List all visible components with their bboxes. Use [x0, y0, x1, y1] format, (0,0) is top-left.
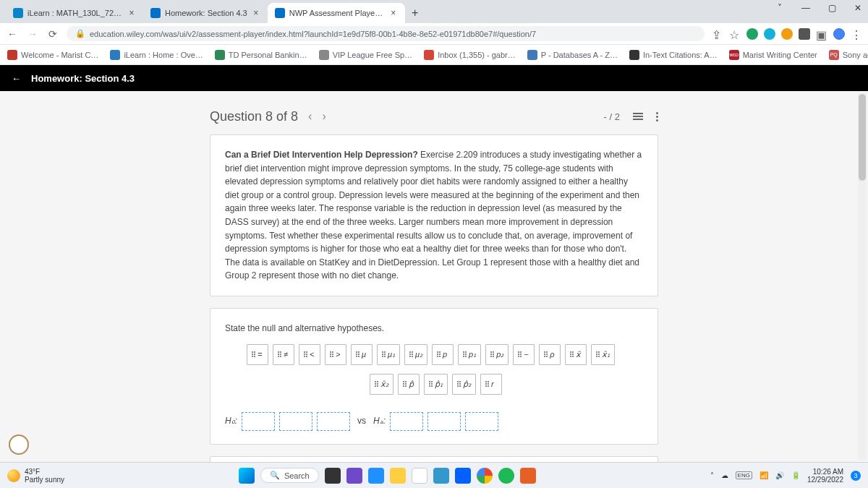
taskbar-center: 🔍 Search — [72, 468, 703, 484]
symbol-button[interactable]: x̄₂ — [370, 374, 393, 395]
etextbook-card[interactable]: eTextbook and Media — [210, 456, 658, 462]
bookmark-item[interactable]: In-Text Citations: A… — [629, 50, 718, 60]
next-question-icon[interactable]: › — [322, 110, 336, 123]
close-icon[interactable]: × — [127, 9, 136, 17]
teams-icon[interactable] — [346, 468, 362, 484]
tab-title: NWP Assessment Player UI Appl — [289, 9, 385, 17]
app-icon[interactable] — [433, 468, 449, 484]
symbol-button[interactable]: > — [325, 344, 346, 365]
symbol-palette-row: x̄₂ p̂ p̂₁ p̂₂ r — [225, 374, 643, 395]
symbol-button[interactable]: < — [299, 344, 320, 365]
browser-tab-strip: iLearn : MATH_130L_721_23W : S × Homewor… — [0, 0, 868, 23]
prev-question-icon[interactable]: ‹ — [298, 110, 322, 123]
chrome-icon[interactable] — [477, 468, 493, 484]
extension-icon[interactable] — [799, 28, 810, 40]
symbol-button[interactable]: − — [513, 344, 535, 365]
url-field[interactable]: 🔒 education.wiley.com/was/ui/v2/assessme… — [67, 26, 705, 41]
reload-icon[interactable]: ⟳ — [46, 28, 59, 40]
minimize-icon[interactable]: — — [799, 3, 813, 13]
question-number: Question 8 of 8 — [210, 109, 298, 124]
symbol-button[interactable]: p₂ — [485, 344, 509, 365]
new-tab-button[interactable]: + — [405, 3, 425, 23]
weather-temp: 43°F — [25, 468, 64, 476]
bookmark-item[interactable]: Inbox (1,355) - gabr… — [424, 50, 516, 60]
windows-taskbar: 43°F Partly sunny 🔍 Search ˄ ☁ ENG 📶 🔊 🔋… — [0, 462, 868, 488]
taskbar-search[interactable]: 🔍 Search — [260, 468, 319, 483]
symbol-button[interactable]: μ — [351, 344, 373, 365]
assignment-title: Homework: Section 4.3 — [31, 73, 135, 84]
drop-slot[interactable] — [242, 412, 275, 431]
extension-icon[interactable] — [764, 28, 775, 40]
back-arrow-icon[interactable]: ← — [12, 73, 21, 84]
puzzle-icon[interactable]: ▣ — [816, 28, 827, 40]
chevron-up-icon[interactable]: ˄ — [710, 471, 714, 479]
symbol-button[interactable]: = — [247, 344, 268, 365]
bookmark-item[interactable]: iLearn : Home : Ove… — [110, 50, 203, 60]
bookmark-item[interactable]: VIP League Free Sp… — [319, 50, 412, 60]
drop-slot[interactable] — [317, 412, 350, 431]
browser-tab[interactable]: Homework: Section 4.3 × — [143, 3, 268, 23]
symbol-button[interactable]: p₁ — [458, 344, 481, 365]
symbol-button[interactable]: ρ — [539, 344, 561, 365]
extension-icon[interactable] — [746, 28, 758, 40]
drop-slot[interactable] — [427, 412, 461, 431]
close-icon[interactable]: × — [389, 9, 398, 17]
edge-icon[interactable] — [368, 468, 384, 484]
kebab-icon[interactable]: ⋮ — [851, 28, 862, 40]
onedrive-icon[interactable]: ☁ — [721, 471, 728, 479]
favicon-icon — [275, 8, 285, 18]
drop-slot[interactable] — [279, 412, 312, 431]
maximize-icon[interactable]: ▢ — [825, 3, 839, 13]
symbol-button[interactable]: p — [432, 344, 454, 365]
window-close-icon[interactable]: ✕ — [851, 3, 865, 13]
star-icon[interactable]: ☆ — [729, 28, 741, 40]
battery-icon[interactable]: 🔋 — [791, 471, 800, 479]
start-icon[interactable] — [239, 468, 255, 484]
profile-icon[interactable] — [833, 28, 845, 40]
spotify-icon[interactable] — [498, 468, 514, 484]
explorer-icon[interactable] — [390, 468, 406, 484]
browser-tab-active[interactable]: NWP Assessment Player UI Appl × — [268, 3, 405, 23]
passage-lead: Can a Brief Diet Intervention Help Depre… — [225, 150, 418, 160]
bookmark-item[interactable]: PQSony adds a slew of… — [829, 50, 868, 60]
back-icon[interactable]: ← — [6, 28, 19, 40]
symbol-button[interactable]: p̂₂ — [452, 374, 476, 395]
drop-slot[interactable] — [390, 412, 423, 431]
browser-tab[interactable]: iLearn : MATH_130L_721_23W : S × — [6, 3, 143, 23]
symbol-button[interactable]: p̂ — [398, 374, 420, 395]
wifi-icon[interactable]: 📶 — [760, 471, 768, 479]
bookmark-item[interactable]: P - Databases A - Z… — [527, 50, 618, 60]
dropbox-icon[interactable] — [455, 468, 471, 484]
passage-body: Exercise 2.209 introduces a study invest… — [225, 150, 642, 281]
system-tray[interactable]: ˄ ☁ ENG 📶 🔊 🔋 10:26 AM 12/29/2022 3 — [710, 468, 861, 484]
bookmark-item[interactable]: wcoMarist Writing Center — [729, 50, 817, 60]
language-icon[interactable]: ENG — [736, 471, 752, 479]
extension-icon[interactable] — [781, 28, 793, 40]
symbol-button[interactable]: ≠ — [273, 344, 294, 365]
notification-badge[interactable]: 3 — [851, 471, 861, 481]
chevron-down-icon[interactable]: ˅ — [773, 3, 787, 13]
symbol-button[interactable]: r — [480, 374, 502, 395]
symbol-button[interactable]: μ₂ — [404, 344, 427, 365]
symbol-button[interactable]: μ₁ — [377, 344, 400, 365]
drop-slot[interactable] — [465, 412, 498, 431]
app-icon[interactable] — [520, 468, 536, 484]
app-icon[interactable] — [412, 468, 427, 484]
forward-icon[interactable]: → — [26, 28, 39, 40]
close-icon[interactable]: × — [252, 9, 260, 17]
share-icon[interactable]: ⇪ — [712, 28, 723, 40]
symbol-button[interactable]: p̂₁ — [424, 374, 448, 395]
kebab-icon[interactable] — [656, 112, 658, 121]
list-icon[interactable] — [633, 113, 643, 120]
volume-icon[interactable]: 🔊 — [775, 471, 784, 479]
taskbar-weather[interactable]: 43°F Partly sunny — [7, 468, 64, 484]
symbol-button[interactable]: x̄₁ — [591, 344, 615, 365]
bookmark-item[interactable]: TD Personal Bankin… — [215, 50, 307, 60]
bookmark-item[interactable]: Welcome - Marist C… — [7, 50, 98, 60]
cookie-settings-icon[interactable] — [9, 435, 29, 455]
task-view-icon[interactable] — [325, 468, 341, 484]
symbol-button[interactable]: x̄ — [565, 344, 587, 365]
content-scroll[interactable]: Question 8 of 8 ‹ › - / 2 Can a Brief Di… — [0, 91, 868, 462]
scrollbar[interactable] — [858, 93, 867, 461]
window-controls: ˅ — ▢ ✕ — [773, 3, 865, 13]
